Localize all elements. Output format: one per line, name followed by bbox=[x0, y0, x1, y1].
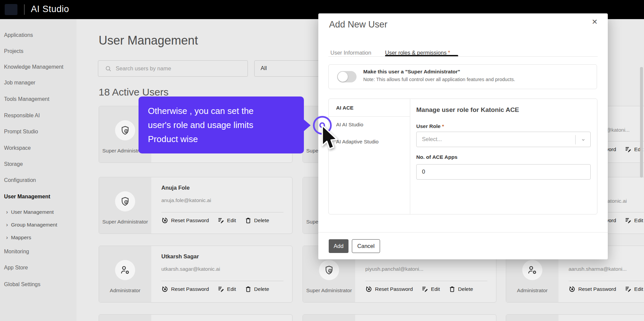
card-divider bbox=[365, 281, 487, 281]
modal-title: Add New User bbox=[329, 19, 387, 30]
page-title: User Management bbox=[99, 34, 198, 48]
sidebar-item-job-manager[interactable]: Job manager bbox=[4, 79, 35, 86]
delete-icon bbox=[448, 285, 456, 293]
reset-password-icon bbox=[161, 285, 169, 293]
product-list-divider bbox=[329, 116, 410, 117]
sidebar-item-projects[interactable]: Projects bbox=[4, 48, 23, 55]
card-divider bbox=[161, 281, 283, 281]
sidebar-item-label: Workspace bbox=[4, 145, 31, 151]
sidebar-item-label: Prompt Studio bbox=[4, 129, 38, 134]
add-new-user-modal: Add New User × User Information User rol… bbox=[318, 13, 608, 259]
product-item-adaptive-studio[interactable]: AI Adaptive Studio bbox=[336, 139, 379, 145]
reset-password-button[interactable]: Reset Password bbox=[365, 285, 413, 293]
mouse-cursor bbox=[321, 125, 341, 153]
edit-label: Edit bbox=[227, 286, 236, 292]
tooltip-arrow bbox=[304, 119, 311, 131]
super-admin-toggle-label: Make this user a "Super Administrator" bbox=[363, 69, 460, 75]
sidebar-item-workspace[interactable]: Workspace bbox=[4, 144, 31, 152]
edit-button[interactable]: Edit bbox=[421, 285, 440, 293]
add-button[interactable]: Add bbox=[329, 239, 348, 253]
sidebar-item-monitoring[interactable]: Monitoring bbox=[4, 248, 29, 255]
sidebar-item-configuration[interactable]: Configuration bbox=[4, 177, 36, 184]
tab-user-information[interactable]: User Information bbox=[330, 50, 371, 56]
delete-button[interactable]: Delete bbox=[245, 285, 269, 293]
sidebar-item-prompt-studio[interactable]: Prompt Studio bbox=[4, 128, 38, 135]
super-administrator-icon bbox=[115, 191, 135, 211]
user-role-select[interactable]: Select... bbox=[416, 132, 591, 147]
edit-icon bbox=[625, 146, 632, 153]
select-divider bbox=[575, 135, 576, 144]
filter-value: All bbox=[261, 65, 267, 71]
filter-dropdown[interactable]: All bbox=[254, 60, 326, 77]
reset-password-label: Reset Password bbox=[375, 286, 413, 292]
user-name: Anuja Fole bbox=[161, 185, 190, 191]
sidebar-item-label: Projects bbox=[4, 48, 23, 54]
super-admin-toggle-note: Note: This allows full control over all … bbox=[363, 77, 515, 82]
administrator-icon bbox=[522, 260, 542, 280]
sidebar-item-responsible-ai[interactable]: Responsible AI bbox=[4, 112, 40, 119]
user-card-role-column bbox=[303, 315, 355, 321]
edit-button[interactable]: Edit bbox=[217, 217, 236, 224]
sidebar-item-applications[interactable]: Applications bbox=[4, 31, 33, 39]
product-list: AI ACE AI AI Studio AI Adaptive Studio bbox=[329, 99, 410, 214]
active-users-heading: 18 Active Users bbox=[99, 86, 168, 98]
edit-icon bbox=[625, 217, 632, 224]
role-panel: AI ACE AI AI Studio AI Adaptive Studio M… bbox=[328, 99, 597, 214]
search-icon bbox=[105, 65, 112, 72]
sidebar: ApplicationsProjectsKnowledge Management… bbox=[0, 19, 76, 321]
close-icon[interactable]: × bbox=[589, 17, 600, 27]
search-input[interactable] bbox=[116, 61, 245, 76]
user-card-role-column: Administrator bbox=[99, 246, 151, 302]
user-email: anuja.fole@katonic.ai bbox=[161, 197, 211, 203]
sidebar-item-app-store[interactable]: App Store bbox=[4, 264, 28, 271]
super-admin-toggle[interactable] bbox=[337, 71, 357, 82]
sidebar-item-user-management[interactable]: User Management bbox=[4, 193, 50, 200]
reset-password-icon bbox=[161, 217, 169, 224]
reset-password-button[interactable]: Reset Password bbox=[569, 285, 616, 293]
delete-button[interactable]: Delete bbox=[448, 285, 473, 293]
logo-divider bbox=[24, 4, 24, 15]
user-card: Super AdministratorAnuja Foleanuja.fole@… bbox=[99, 177, 292, 234]
reset-password-button[interactable]: Reset Password bbox=[161, 285, 209, 293]
user-card: AdministratorUtkarsh Sagarutkarsh.sagar@… bbox=[99, 246, 292, 303]
cancel-button[interactable]: Cancel bbox=[352, 239, 380, 253]
app-logo bbox=[5, 4, 17, 15]
sidebar-item-global-settings[interactable]: Global Settings bbox=[4, 281, 41, 288]
page-scrollbar[interactable] bbox=[640, 67, 643, 178]
edit-button[interactable]: Edit bbox=[625, 217, 643, 224]
reset-password-icon bbox=[365, 285, 373, 293]
edit-icon bbox=[421, 285, 429, 293]
reset-password-icon bbox=[569, 285, 576, 293]
modal-footer-divider bbox=[318, 232, 608, 233]
sidebar-item-label: Storage bbox=[4, 161, 23, 167]
sidebar-item-storage[interactable]: Storage bbox=[4, 160, 23, 168]
ace-apps-label: No. of ACE Apps bbox=[416, 154, 458, 160]
sidebar-item-knowledge-management[interactable]: Knowledge Management bbox=[4, 63, 63, 71]
sidebar-item-label: Responsible AI bbox=[4, 113, 40, 118]
sidebar-item-label: Tools Management bbox=[4, 96, 49, 102]
edit-button[interactable]: Edit bbox=[217, 285, 236, 293]
user-email: utkarsh.sagar@katonic.ai bbox=[161, 266, 220, 272]
card-divider bbox=[569, 281, 644, 281]
ace-apps-input[interactable] bbox=[416, 164, 591, 180]
super-administrator-icon bbox=[115, 120, 135, 140]
sidebar-item-user-management[interactable]: ›User Management bbox=[6, 208, 54, 216]
reset-password-button[interactable]: Reset Password bbox=[161, 217, 209, 224]
sidebar-item-group-management[interactable]: ›Group Management bbox=[6, 221, 57, 229]
edit-button[interactable]: Edit bbox=[625, 285, 643, 293]
chevron-right-icon: › bbox=[6, 208, 8, 216]
search-box bbox=[98, 60, 248, 77]
tooltip-line: Otherwise , you can set the bbox=[148, 104, 304, 118]
product-item-ai-ace[interactable]: AI ACE bbox=[336, 105, 354, 111]
sidebar-item-label: User Management bbox=[11, 209, 54, 215]
sidebar-item-label: Global Settings bbox=[4, 281, 41, 287]
delete-button[interactable]: Delete bbox=[245, 217, 269, 224]
chevron-down-icon bbox=[580, 137, 586, 142]
sidebar-item-label: Job manager bbox=[4, 80, 35, 85]
sidebar-item-tools-management[interactable]: Tools Management bbox=[4, 95, 49, 103]
role-panel-heading: Manage user role for Katonic ACE bbox=[416, 106, 519, 114]
sidebar-item-mappers[interactable]: ›Mappers bbox=[6, 234, 31, 241]
card-actions: Reset PasswordEditDelete bbox=[569, 285, 644, 293]
user-card-role-column bbox=[99, 315, 151, 321]
delete-label: Delete bbox=[254, 286, 269, 292]
